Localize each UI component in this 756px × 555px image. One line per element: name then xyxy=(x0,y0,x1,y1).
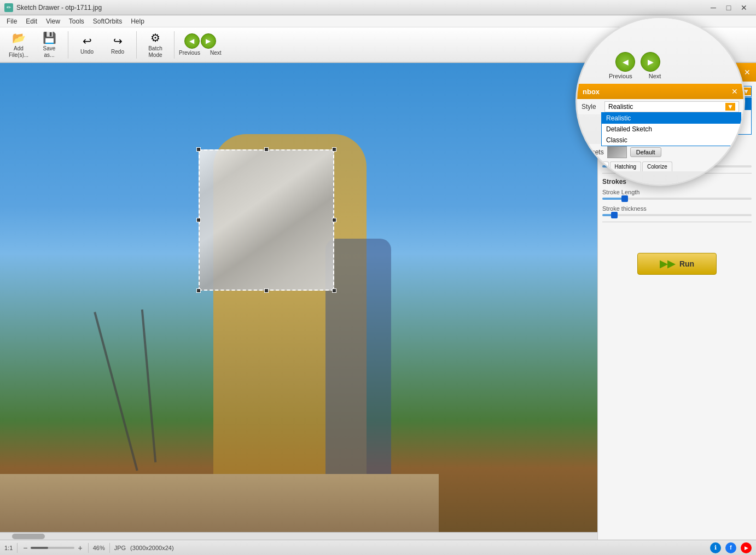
add-files-label: Add File(s)... xyxy=(7,45,30,59)
run-label: Run xyxy=(679,259,694,268)
facebook-icon[interactable]: f xyxy=(725,542,736,553)
stroke-thickness-slider-row: Stroke thickness xyxy=(602,205,752,216)
handle-mr[interactable] xyxy=(332,218,336,222)
prev-button[interactable]: ◀ xyxy=(184,33,200,49)
nav-buttons: ◀ ▶ xyxy=(184,33,216,49)
person-figure xyxy=(325,239,391,485)
mag-prev-label: Previous xyxy=(609,73,632,79)
youtube-icon[interactable]: ▶ xyxy=(741,542,752,553)
undo-button[interactable]: ↩ Undo xyxy=(73,30,101,60)
next-button[interactable]: ▶ xyxy=(201,33,216,49)
zoom-track[interactable] xyxy=(31,547,74,549)
add-files-button[interactable]: 📂 Add File(s)... xyxy=(4,30,33,60)
maximize-button[interactable]: □ xyxy=(721,0,736,15)
stroke-thickness-thumb[interactable] xyxy=(611,212,618,218)
mag-prev-button[interactable]: ◀ xyxy=(615,52,635,72)
mag-close-button[interactable]: ✕ xyxy=(731,87,738,96)
toolbar-separator-3 xyxy=(174,31,175,59)
handle-ml[interactable] xyxy=(196,218,201,222)
mag-presets-row: Presets Default xyxy=(577,144,743,160)
mag-next-label: Next xyxy=(649,73,661,79)
mag-panel-tabs: Contour Hatching Colorize xyxy=(577,159,743,171)
mag-style-field[interactable]: Realistic ▼ xyxy=(604,101,739,112)
menu-help[interactable]: Help xyxy=(126,16,149,26)
menu-view[interactable]: View xyxy=(42,16,65,26)
stroke-length-slider-row: Stroke Length xyxy=(602,189,752,200)
mag-style-label: Style xyxy=(581,103,601,111)
mag-next-button[interactable]: ▶ xyxy=(641,52,660,72)
handle-bl[interactable] xyxy=(196,288,201,293)
mag-nav-row: ◀ ▶ xyxy=(615,52,660,72)
title-bar-controls: ─ □ ✕ xyxy=(706,0,752,15)
redo-button[interactable]: ↪ Redo xyxy=(103,30,132,60)
canvas-area[interactable] xyxy=(0,63,597,540)
mag-option-classic[interactable]: Classic xyxy=(602,135,741,146)
status-zoom-percent: 46% xyxy=(93,545,105,551)
ski-pole-left xyxy=(94,312,138,471)
stroke-thickness-track[interactable] xyxy=(602,214,752,216)
minimize-button[interactable]: ─ xyxy=(706,0,721,15)
menu-edit[interactable]: Edit xyxy=(21,16,42,26)
separator-2 xyxy=(602,222,752,222)
status-file-info: (3000x2000x24) xyxy=(130,545,174,551)
save-label: Save as... xyxy=(38,45,61,59)
next-label: Next xyxy=(210,50,222,56)
mag-style-wrapper: Realistic ▼ xyxy=(604,101,739,112)
mag-option-detailed[interactable]: Detailed Sketch xyxy=(602,124,741,135)
scroll-thumb[interactable] xyxy=(12,534,45,539)
run-button-wrapper: ▶▶ Run xyxy=(602,247,752,280)
mag-dropdown-list[interactable]: Realistic Detailed Sketch Classic xyxy=(601,112,741,146)
mag-tab-hatching[interactable]: Hatching xyxy=(610,161,641,171)
handle-tr[interactable] xyxy=(332,147,336,152)
sketch-selection-container[interactable] xyxy=(199,149,334,291)
handle-bm[interactable] xyxy=(264,288,269,293)
mag-tab-contour[interactable]: Contour xyxy=(579,161,609,171)
status-sep-2 xyxy=(88,543,89,553)
zoom-in-button[interactable]: + xyxy=(77,544,83,552)
handle-tl[interactable] xyxy=(196,147,201,152)
handle-br[interactable] xyxy=(332,288,336,293)
prev-label: Previous xyxy=(179,50,200,56)
canvas-scrollbar[interactable] xyxy=(0,532,597,540)
menu-file[interactable]: File xyxy=(2,16,21,26)
mag-preset-icon xyxy=(607,146,627,158)
stroke-length-thumb[interactable] xyxy=(621,195,628,202)
batch-mode-button[interactable]: ⚙ Batch Mode xyxy=(141,30,170,60)
add-files-icon: 📂 xyxy=(12,31,26,44)
redo-icon: ↪ xyxy=(113,34,123,48)
mag-preset-default-button[interactable]: Default xyxy=(630,147,661,157)
menu-tools[interactable]: Tools xyxy=(65,16,89,26)
undo-icon: ↩ xyxy=(83,34,92,48)
handle-tm[interactable] xyxy=(264,147,269,152)
mag-style-value: Realistic xyxy=(608,103,633,111)
canvas-image xyxy=(0,63,597,540)
window-title: Sketch Drawer - otp-1711.jpg xyxy=(16,4,102,11)
title-bar-left: ✏ Sketch Drawer - otp-1711.jpg xyxy=(4,3,102,12)
mag-presets-label: Presets xyxy=(581,148,604,156)
status-bar: 1:1 − + 46% JPG (3000x2000x24) ℹ f ▶ xyxy=(0,540,756,555)
run-icon: ▶▶ xyxy=(660,258,675,270)
info-icon[interactable]: ℹ xyxy=(710,542,721,553)
nav-labels: Previous Next xyxy=(179,50,221,56)
zoom-fill xyxy=(31,547,48,549)
zoom-out-button[interactable]: − xyxy=(22,544,28,552)
stroke-length-track[interactable] xyxy=(602,198,752,200)
mag-option-realistic[interactable]: Realistic xyxy=(602,113,741,124)
menu-softorbits[interactable]: SoftOrbits xyxy=(89,16,126,26)
mag-panel-title: nbox xyxy=(583,88,600,96)
magnifier-overlay: ◀ ▶ Previous Next nbox ✕ Style Realistic… xyxy=(575,16,745,186)
redo-label: Redo xyxy=(111,49,124,55)
stroke-thickness-label: Stroke thickness xyxy=(602,205,752,212)
mag-dropdown-arrow[interactable]: ▼ xyxy=(725,103,735,111)
status-sep-1 xyxy=(17,543,18,553)
deck-floor xyxy=(0,474,439,540)
batch-label: Batch Mode xyxy=(144,45,167,59)
mag-tab-colorize[interactable]: Colorize xyxy=(642,161,672,171)
run-button[interactable]: ▶▶ Run xyxy=(637,253,717,275)
undo-label: Undo xyxy=(80,49,94,55)
close-button[interactable]: ✕ xyxy=(736,0,752,15)
zoom-slider[interactable]: − + xyxy=(22,544,83,552)
panel-close-button[interactable]: ✕ xyxy=(744,68,751,77)
toolbar-nav: ◀ ▶ Previous Next xyxy=(179,33,221,56)
save-as-button[interactable]: 💾 Save as... xyxy=(35,30,63,60)
